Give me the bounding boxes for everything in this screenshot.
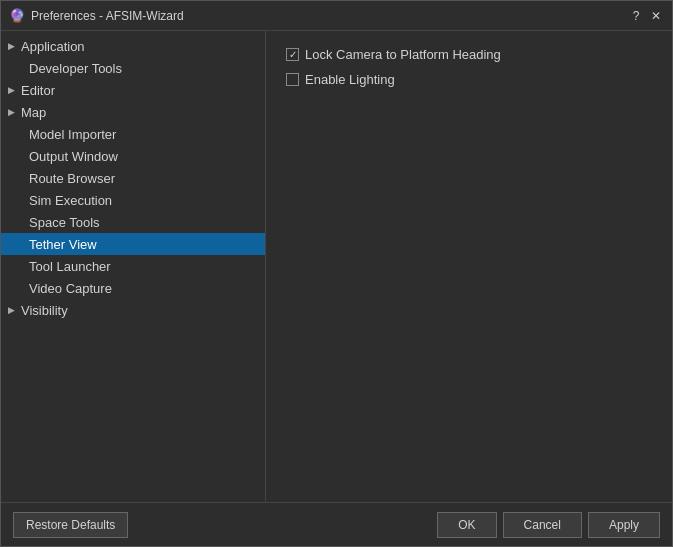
checkbox-lock-camera[interactable]	[286, 48, 299, 61]
option-row-lock-camera: Lock Camera to Platform Heading	[286, 47, 652, 62]
window-controls: ? ✕	[628, 8, 664, 24]
restore-defaults-button[interactable]: Restore Defaults	[13, 512, 128, 538]
sidebar-item-sim-execution[interactable]: Sim Execution	[1, 189, 265, 211]
close-button[interactable]: ✕	[648, 8, 664, 24]
checkbox-wrapper-enable-lighting[interactable]: Enable Lighting	[286, 72, 395, 87]
sidebar-label-video-capture: Video Capture	[29, 281, 257, 296]
sidebar-label-tool-launcher: Tool Launcher	[29, 259, 257, 274]
sidebar-item-developer-tools[interactable]: Developer Tools	[1, 57, 265, 79]
apply-button[interactable]: Apply	[588, 512, 660, 538]
sidebar-label-developer-tools: Developer Tools	[29, 61, 257, 76]
sidebar-item-route-browser[interactable]: Route Browser	[1, 167, 265, 189]
sidebar-item-video-capture[interactable]: Video Capture	[1, 277, 265, 299]
option-row-enable-lighting: Enable Lighting	[286, 72, 652, 87]
sidebar-label-tether-view: Tether View	[29, 237, 257, 252]
expand-arrow-editor	[5, 84, 17, 96]
expand-arrow-map	[5, 106, 17, 118]
checkbox-enable-lighting[interactable]	[286, 73, 299, 86]
main-content: ApplicationDeveloper ToolsEditorMapModel…	[1, 31, 672, 502]
sidebar-item-tool-launcher[interactable]: Tool Launcher	[1, 255, 265, 277]
sidebar-label-model-importer: Model Importer	[29, 127, 257, 142]
sidebar-item-visibility[interactable]: Visibility	[1, 299, 265, 321]
option-label-enable-lighting: Enable Lighting	[305, 72, 395, 87]
option-label-lock-camera: Lock Camera to Platform Heading	[305, 47, 501, 62]
sidebar-label-output-window: Output Window	[29, 149, 257, 164]
sidebar-item-application[interactable]: Application	[1, 35, 265, 57]
sidebar-label-visibility: Visibility	[21, 303, 257, 318]
cancel-button[interactable]: Cancel	[503, 512, 582, 538]
expand-arrow-visibility	[5, 304, 17, 316]
help-button[interactable]: ?	[628, 8, 644, 24]
preferences-window: 🔮 Preferences - AFSIM-Wizard ? ✕ Applica…	[0, 0, 673, 547]
sidebar-item-space-tools[interactable]: Space Tools	[1, 211, 265, 233]
sidebar-item-map[interactable]: Map	[1, 101, 265, 123]
sidebar-label-map: Map	[21, 105, 257, 120]
bottom-bar: Restore Defaults OK Cancel Apply	[1, 502, 672, 546]
window-title: Preferences - AFSIM-Wizard	[31, 9, 628, 23]
checkbox-wrapper-lock-camera[interactable]: Lock Camera to Platform Heading	[286, 47, 501, 62]
app-icon: 🔮	[9, 8, 25, 24]
title-bar: 🔮 Preferences - AFSIM-Wizard ? ✕	[1, 1, 672, 31]
sidebar-label-application: Application	[21, 39, 257, 54]
sidebar-label-sim-execution: Sim Execution	[29, 193, 257, 208]
right-panel: Lock Camera to Platform HeadingEnable Li…	[266, 31, 672, 502]
sidebar-label-space-tools: Space Tools	[29, 215, 257, 230]
sidebar-item-tether-view[interactable]: Tether View	[1, 233, 265, 255]
ok-button[interactable]: OK	[437, 512, 496, 538]
expand-arrow-application	[5, 40, 17, 52]
sidebar-label-route-browser: Route Browser	[29, 171, 257, 186]
sidebar-item-output-window[interactable]: Output Window	[1, 145, 265, 167]
sidebar-item-model-importer[interactable]: Model Importer	[1, 123, 265, 145]
sidebar-label-editor: Editor	[21, 83, 257, 98]
sidebar: ApplicationDeveloper ToolsEditorMapModel…	[1, 31, 266, 502]
sidebar-item-editor[interactable]: Editor	[1, 79, 265, 101]
